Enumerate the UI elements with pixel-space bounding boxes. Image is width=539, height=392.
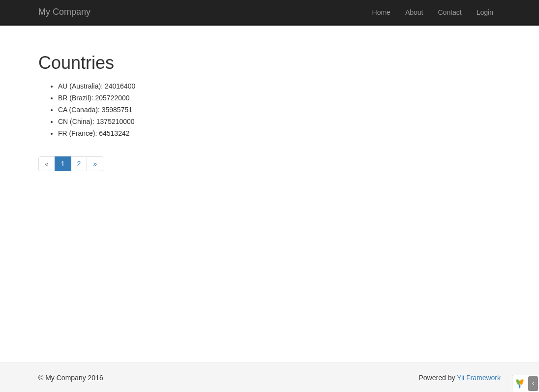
list-item: BR (Brazil): 205722000 [58,92,501,104]
pagination-page-1[interactable]: 1 [55,156,71,171]
pagination-prev[interactable]: « [38,156,55,171]
powered-by-link[interactable]: Yii Framework [457,374,501,382]
navbar-nav: Home About Contact Login [365,0,501,25]
pagination: « 1 2 » [38,159,103,169]
debug-toolbar: ‹ [512,375,539,392]
list-item: CN (China): 1375210000 [58,116,501,127]
pagination-next[interactable]: » [87,156,103,171]
nav-contact[interactable]: Contact [430,0,469,25]
nav-home[interactable]: Home [365,0,398,25]
pagination-page-2[interactable]: 2 [71,156,88,171]
debug-toggle-button[interactable]: ‹ [528,376,538,391]
main-content: Countries AU (Australia): 24016400 BR (B… [31,26,508,169]
navbar: My Company Home About Contact Login [0,0,539,26]
powered-by-text: Powered by [419,374,457,382]
nav-login[interactable]: Login [469,0,501,25]
list-item: CA (Canada): 35985751 [58,104,501,116]
navbar-brand[interactable]: My Company [38,0,90,26]
yii-logo-icon[interactable] [512,376,527,391]
list-item: AU (Australia): 24016400 [58,80,501,92]
footer-powered: Powered by Yii Framework [419,373,501,383]
country-list: AU (Australia): 24016400 BR (Brazil): 20… [38,80,501,139]
list-item: FR (France): 64513242 [58,127,501,139]
nav-about[interactable]: About [398,0,431,25]
page-title: Countries [38,50,501,75]
footer: © My Company 2016 Powered by Yii Framewo… [0,362,539,392]
footer-copyright: © My Company 2016 [38,373,103,383]
